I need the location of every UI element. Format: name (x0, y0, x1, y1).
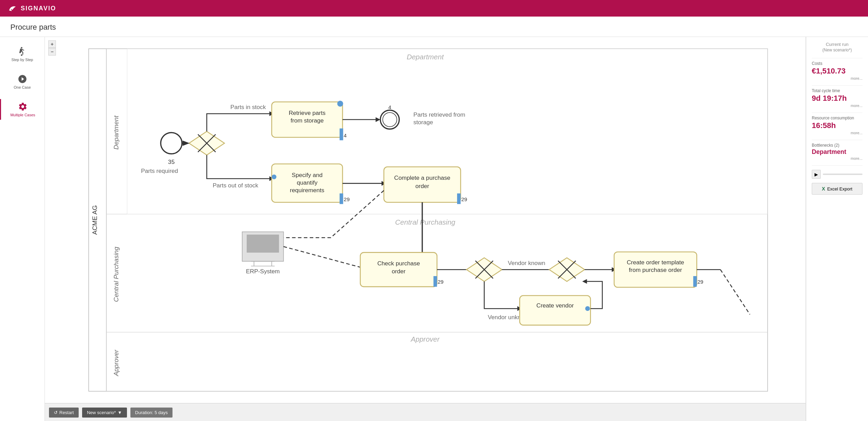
complete-bar (457, 193, 461, 204)
play-button[interactable]: ▶ (812, 170, 821, 179)
svg-marker-12 (376, 117, 381, 122)
pool-label: ACME AG (91, 205, 98, 235)
restart-label: Restart (59, 410, 74, 415)
complete-text-1: Complete a purchase (394, 175, 451, 181)
page-title-bar: Procure parts (0, 17, 868, 37)
specify-text-1: Specify and (292, 172, 323, 178)
logo: SIGNAVIO (7, 3, 56, 14)
scenario-button[interactable]: New scenario* ▼ (82, 408, 127, 418)
template-count: 29 (697, 279, 703, 285)
duration-label: Duration: 5 days (135, 410, 168, 415)
specify-bar (339, 193, 343, 204)
department-lane-label: Department (112, 115, 120, 149)
complete-count: 29 (461, 196, 467, 202)
sidebar-step-by-step-label: Step by Step (11, 58, 33, 62)
approver-lane-label: Approver (112, 350, 120, 376)
sidebar: Step by Step One Case Multiple Cases (0, 37, 45, 421)
specify-count: 29 (344, 196, 349, 202)
excel-icon: X (822, 186, 825, 192)
start-count: 35 (168, 159, 175, 165)
bottlenecks-label: Bottlenecks (2) (812, 143, 862, 148)
bpmn-svg: ACME AG Department Department Central Pu… (45, 37, 806, 403)
check-count: 29 (437, 279, 443, 285)
specify-dot (272, 175, 277, 179)
template-text-1: Create order template (627, 259, 684, 266)
resource-more-link[interactable]: more... (812, 131, 862, 135)
resource-label: Resource consumption (812, 116, 862, 120)
retrieve-count: 4 (344, 133, 347, 138)
check-bar (433, 276, 437, 287)
erp-system-label: ERP-System (246, 268, 280, 275)
app-header: SIGNAVIO (0, 0, 868, 17)
template-text-2: from purchase order (629, 267, 682, 273)
template-bar (693, 276, 697, 287)
department-header: Department (407, 53, 444, 61)
vendor-known-text: Vendor known (508, 260, 545, 266)
retrieve-parts-text-1: Retrieve parts (289, 110, 325, 116)
cycle-time-value: 9d 19:17h (812, 94, 862, 103)
duration-button[interactable]: Duration: 5 days (130, 408, 173, 418)
playback-slider[interactable] (823, 174, 862, 175)
scenario-label: New scenario* (87, 410, 116, 415)
restart-button[interactable]: ↺ Restart (49, 408, 79, 418)
one-case-icon (18, 74, 27, 84)
page-title: Procure parts (10, 23, 858, 32)
svg-line-34 (720, 270, 750, 314)
resource-value: 16:58h (812, 121, 862, 130)
vendor-text-1: Create vendor (536, 302, 574, 309)
costs-value: €1,510.73 (812, 67, 862, 76)
svg-marker-33 (582, 279, 587, 284)
cycle-time-more-link[interactable]: more... (812, 104, 862, 108)
right-panel: Current run (New scenario*) Costs €1,510… (806, 37, 868, 421)
approver-header: Approver (410, 335, 440, 343)
canvas-area: + − ACME AG Department Department Centra… (45, 37, 806, 421)
bottlenecks-value: Department (812, 148, 862, 156)
restart-icon: ↺ (54, 410, 58, 415)
create-vendor-task[interactable] (520, 296, 590, 325)
costs-label: Costs (812, 61, 862, 66)
parts-in-stock-text: Parts in stock (230, 104, 266, 110)
sidebar-item-one-case[interactable]: One Case (0, 71, 45, 92)
sidebar-one-case-label: One Case (14, 85, 31, 89)
intermediate-event (380, 110, 399, 129)
bottlenecks-more-link[interactable]: more... (812, 156, 862, 160)
cycle-time-label: Total cycle time (812, 88, 862, 93)
logo-text: SIGNAVIO (21, 5, 56, 12)
scenario-label: (New scenario*) (812, 48, 862, 52)
central-purchasing-header: Central Purchasing (395, 218, 455, 226)
svg-rect-18 (247, 235, 279, 252)
parts-retrieved-1: Parts retrieved from (413, 111, 465, 118)
logo-icon (7, 3, 18, 14)
sidebar-item-multiple-cases[interactable]: Multiple Cases (0, 99, 45, 120)
main-layout: Step by Step One Case Multiple Cases + − (0, 37, 868, 421)
parts-out-stock-text: Parts out of stock (213, 182, 258, 189)
bottom-toolbar: ↺ Restart New scenario* ▼ Duration: 5 da… (45, 403, 806, 421)
excel-export-button[interactable]: X Excel Export (812, 183, 862, 195)
retrieve-bar (339, 128, 343, 140)
dropdown-icon: ▼ (118, 410, 122, 415)
footsteps-icon (18, 47, 27, 56)
play-icon: ▶ (815, 172, 818, 177)
parts-required-label: Parts required (141, 168, 178, 174)
playback-row: ▶ (812, 170, 862, 179)
central-purchasing-label: Central Purchasing (112, 246, 120, 302)
check-text-2: order (392, 268, 406, 275)
specify-text-3: requirements (290, 187, 324, 194)
intermediate-count: 4 (388, 104, 392, 110)
complete-text-2: order (415, 183, 429, 189)
sidebar-item-step-by-step[interactable]: Step by Step (0, 44, 45, 65)
retrieve-parts-text-2: from storage (290, 117, 324, 124)
zoom-out-button[interactable]: − (48, 48, 56, 56)
retrieve-dot (337, 101, 343, 107)
vendor-dot (585, 306, 590, 311)
sidebar-multiple-cases-label: Multiple Cases (10, 113, 35, 117)
excel-export-label: Excel Export (827, 186, 852, 192)
specify-text-2: quantify (297, 179, 317, 186)
start-event (161, 133, 182, 154)
parts-retrieved-2: storage (413, 119, 433, 126)
check-text-1: Check purchase (377, 260, 420, 267)
costs-more-link[interactable]: more... (812, 76, 862, 80)
zoom-in-button[interactable]: + (48, 40, 56, 48)
multiple-cases-icon (18, 102, 28, 111)
current-run-label: Current run (812, 42, 862, 47)
